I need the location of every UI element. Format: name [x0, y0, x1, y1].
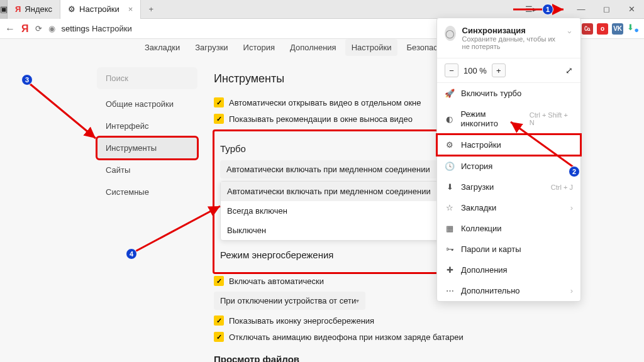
bookmark-bar-icon[interactable]: ☰▸ — [518, 0, 543, 19]
close-button[interactable]: ✕ — [619, 0, 644, 19]
menu-item-4[interactable]: ⬇ЗагрузкиCtrl + J — [437, 177, 580, 197]
tab-label: Настройки — [79, 4, 119, 14]
menu-icon: ◐ — [445, 114, 454, 124]
checkbox[interactable]: ✓ — [214, 97, 224, 107]
avatar-icon: ◯ — [445, 26, 456, 41]
menu-label: Дополнения — [461, 265, 508, 275]
menu-label: Пароли и карты — [461, 244, 521, 254]
chevron-down-icon[interactable]: ⌄ — [566, 26, 573, 35]
menu-item-0[interactable]: 🚀Включить турбо — [437, 83, 580, 104]
chevron-right-icon: › — [570, 286, 573, 295]
sidebar-general[interactable]: Общие настройки — [97, 93, 197, 115]
reload-button[interactable]: ⟳ — [35, 24, 42, 33]
maximize-button[interactable]: ◻ — [594, 0, 619, 19]
menu-label: Включить турбо — [461, 89, 521, 98]
energy-select[interactable]: При отключении устройства от сети ▾ — [214, 292, 365, 310]
menu-item-7[interactable]: 🗝Пароли и карты — [437, 239, 580, 260]
checkbox[interactable]: ✓ — [214, 332, 224, 342]
checkbox-label: Показывать иконку энергосбережения — [229, 316, 374, 326]
nav-history[interactable]: История — [237, 39, 281, 56]
menu-icon: 🕓 — [445, 162, 455, 171]
menu-label: Коллекции — [461, 224, 502, 233]
menu-label: Режим инкогнито — [460, 109, 523, 128]
minimize-button[interactable]: — — [569, 0, 594, 19]
annotation-badge-1: 1 — [542, 4, 553, 15]
globe-icon: ◉ — [48, 24, 55, 33]
sidebar-search[interactable]: Поиск — [97, 67, 197, 89]
sidebar-interface[interactable]: Интерфейс — [97, 115, 197, 137]
yandex-logo-icon: Я — [15, 4, 21, 14]
tab-label: Яндекс — [25, 4, 52, 14]
menu-item-3[interactable]: 🕓История› — [437, 156, 580, 177]
checkbox[interactable]: ✓ — [214, 276, 224, 286]
menu-icon: ⬇ — [445, 182, 455, 192]
gear-icon: ⚙ — [68, 4, 75, 14]
menu-label: Дополнительно — [461, 286, 520, 295]
annotation-badge-2: 2 — [569, 166, 580, 177]
checkbox-label: Автоматически открывать видео в отдельно… — [229, 98, 421, 107]
menu-item-8[interactable]: ✚Дополнения — [437, 260, 580, 280]
yandex-home-button[interactable]: Я — [21, 23, 29, 35]
sidebar-sites[interactable]: Сайты — [97, 159, 197, 181]
back-button[interactable]: ← — [5, 23, 15, 35]
menu-item-9[interactable]: ⋯Дополнительно› — [437, 280, 580, 301]
menu-icon: 🚀 — [445, 89, 455, 98]
menu-item-5[interactable]: ☆Закладки› — [437, 197, 580, 218]
select-value: При отключении устройства от сети — [220, 296, 356, 305]
menu-icon: 🗝 — [445, 244, 455, 254]
select-value: Автоматически включать при медленном сое… — [226, 165, 430, 174]
menu-label: История — [461, 162, 492, 171]
ext-icon-vk[interactable]: VK — [612, 23, 623, 35]
tab-settings[interactable]: ⚙ Настройки × — [60, 0, 141, 19]
menu-icon: ▦ — [445, 224, 455, 233]
nav-settings[interactable]: Настройки — [345, 39, 398, 56]
main-menu: ◯ Синхронизация Сохраните данные, чтобы … — [436, 18, 581, 302]
sync-title[interactable]: Синхронизация — [462, 26, 560, 35]
checkbox-label: Показывать рекомендации в окне выноса ви… — [229, 114, 413, 124]
nav-bookmarks[interactable]: Закладки — [138, 39, 186, 56]
chevron-right-icon: › — [570, 203, 573, 212]
side-panel-toggle[interactable]: ▣ — [0, 0, 8, 19]
menu-label: Настройки — [461, 140, 501, 150]
shortcut: Ctrl + Shift + N — [530, 111, 573, 126]
menu-label: Закладки — [461, 203, 496, 212]
checkbox[interactable]: ✓ — [214, 114, 224, 124]
menu-item-6[interactable]: ▦Коллекции — [437, 218, 580, 239]
new-tab-button[interactable]: + — [141, 4, 161, 14]
zoom-in-button[interactable]: + — [492, 63, 506, 77]
files-heading: Просмотр файлов — [214, 354, 525, 362]
fullscreen-icon[interactable]: ⤢ — [565, 65, 573, 75]
menu-icon: ✚ — [445, 265, 455, 275]
menu-item-2[interactable]: ⚙Настройки — [437, 134, 580, 155]
close-icon[interactable]: × — [128, 4, 133, 14]
menu-icon: ⚙ — [445, 140, 455, 150]
menu-item-1[interactable]: ◐Режим инкогнитоCtrl + Shift + N — [437, 104, 580, 134]
nav-downloads[interactable]: Загрузки — [189, 39, 234, 56]
sidebar-tools[interactable]: Инструменты — [97, 137, 197, 159]
tab-yandex[interactable]: Я Яндекс — [8, 0, 60, 19]
chevron-down-icon: ▾ — [356, 297, 359, 304]
annotation-badge-3: 3 — [21, 74, 33, 85]
annotation-badge-4: 4 — [126, 248, 137, 260]
checkbox-label: Включать автоматически — [229, 277, 324, 286]
menu-label: Загрузки — [461, 182, 494, 192]
menu-icon: ☆ — [445, 203, 455, 212]
ext-icon-2[interactable]: o — [597, 23, 608, 35]
zoom-value: 100 % — [464, 66, 487, 75]
sync-subtitle: Сохраните данные, чтобы их не потерять — [462, 35, 560, 50]
menu-icon: ⋯ — [445, 286, 455, 295]
checkbox[interactable]: ✓ — [214, 315, 224, 326]
zoom-out-button[interactable]: − — [445, 63, 458, 77]
ext-icon-1[interactable]: ㏇ — [582, 23, 593, 35]
checkbox-label: Отключать анимацию видеофона при низком … — [229, 332, 464, 342]
sidebar-system[interactable]: Системные — [97, 181, 197, 203]
downloads-icon[interactable]: ⬇● — [627, 23, 639, 35]
shortcut: Ctrl + J — [551, 184, 573, 191]
nav-addons[interactable]: Дополнения — [284, 39, 343, 56]
